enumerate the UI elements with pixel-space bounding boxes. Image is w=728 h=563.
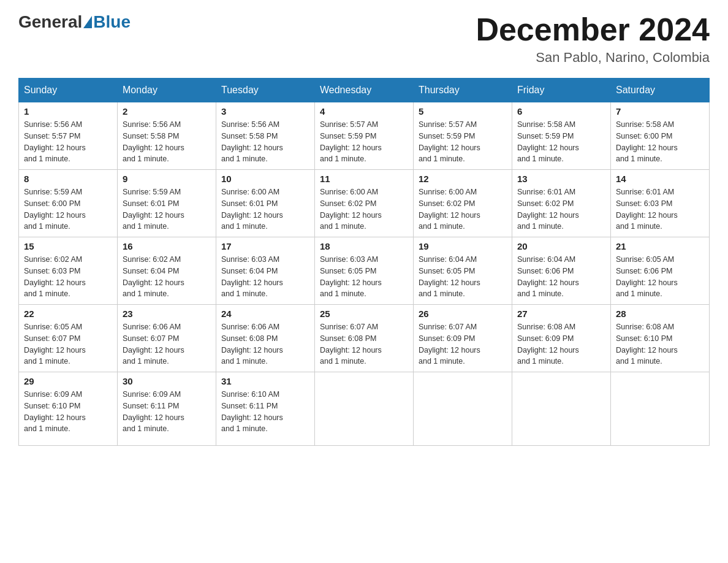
day-number: 4 <box>320 106 408 117</box>
calendar-cell: 2 Sunrise: 5:56 AMSunset: 5:58 PMDayligh… <box>118 102 216 170</box>
calendar-cell <box>414 372 512 446</box>
calendar-cell: 5 Sunrise: 5:57 AMSunset: 5:59 PMDayligh… <box>414 102 512 170</box>
month-title: December 2024 <box>476 12 710 47</box>
weekday-header-row: Sunday Monday Tuesday Wednesday Thursday… <box>19 79 710 102</box>
calendar-cell: 22 Sunrise: 6:05 AMSunset: 6:07 PMDaylig… <box>19 305 118 372</box>
day-info: Sunrise: 6:01 AMSunset: 6:02 PMDaylight:… <box>517 188 579 231</box>
day-number: 12 <box>419 174 507 184</box>
day-info: Sunrise: 6:09 AMSunset: 6:11 PMDaylight:… <box>123 390 184 433</box>
day-number: 6 <box>517 106 605 117</box>
day-number: 7 <box>616 106 704 117</box>
calendar-cell: 6 Sunrise: 5:58 AMSunset: 5:59 PMDayligh… <box>512 102 611 170</box>
calendar-cell: 26 Sunrise: 6:07 AMSunset: 6:09 PMDaylig… <box>414 305 512 372</box>
calendar-cell: 4 Sunrise: 5:57 AMSunset: 5:59 PMDayligh… <box>315 102 414 170</box>
day-number: 30 <box>123 376 211 386</box>
header-sunday: Sunday <box>19 79 118 102</box>
header-tuesday: Tuesday <box>216 79 315 102</box>
day-info: Sunrise: 6:00 AMSunset: 6:02 PMDaylight:… <box>320 188 382 231</box>
day-info: Sunrise: 6:03 AMSunset: 6:05 PMDaylight:… <box>320 255 382 298</box>
calendar-cell: 7 Sunrise: 5:58 AMSunset: 6:00 PMDayligh… <box>611 102 710 170</box>
day-info: Sunrise: 5:57 AMSunset: 5:59 PMDaylight:… <box>320 120 382 163</box>
calendar-cell: 24 Sunrise: 6:06 AMSunset: 6:08 PMDaylig… <box>216 305 315 372</box>
day-info: Sunrise: 5:57 AMSunset: 5:59 PMDaylight:… <box>419 120 480 163</box>
logo: General Blue <box>18 12 131 32</box>
calendar-cell <box>512 372 611 446</box>
header-thursday: Thursday <box>414 79 512 102</box>
day-number: 19 <box>419 241 507 251</box>
day-number: 13 <box>517 174 605 184</box>
day-info: Sunrise: 6:00 AMSunset: 6:02 PMDaylight:… <box>419 188 480 231</box>
week-row-1: 1 Sunrise: 5:56 AMSunset: 5:57 PMDayligh… <box>19 102 710 170</box>
day-number: 23 <box>123 308 211 319</box>
calendar-cell: 25 Sunrise: 6:07 AMSunset: 6:08 PMDaylig… <box>315 305 414 372</box>
day-number: 16 <box>123 241 211 251</box>
day-number: 5 <box>419 106 507 117</box>
day-number: 18 <box>320 241 408 251</box>
day-info: Sunrise: 6:01 AMSunset: 6:03 PMDaylight:… <box>616 188 678 231</box>
day-info: Sunrise: 5:58 AMSunset: 5:59 PMDaylight:… <box>517 120 579 163</box>
header-friday: Friday <box>512 79 611 102</box>
day-info: Sunrise: 6:05 AMSunset: 6:07 PMDaylight:… <box>24 323 86 366</box>
calendar-cell: 30 Sunrise: 6:09 AMSunset: 6:11 PMDaylig… <box>118 372 216 446</box>
calendar-cell: 19 Sunrise: 6:04 AMSunset: 6:05 PMDaylig… <box>414 237 512 305</box>
day-info: Sunrise: 6:02 AMSunset: 6:03 PMDaylight:… <box>24 255 86 298</box>
calendar-cell <box>611 372 710 446</box>
header-wednesday: Wednesday <box>315 79 414 102</box>
calendar-cell: 11 Sunrise: 6:00 AMSunset: 6:02 PMDaylig… <box>315 170 414 237</box>
calendar-cell: 9 Sunrise: 5:59 AMSunset: 6:01 PMDayligh… <box>118 170 216 237</box>
day-info: Sunrise: 6:05 AMSunset: 6:06 PMDaylight:… <box>616 255 678 298</box>
title-area: December 2024 San Pablo, Narino, Colombi… <box>476 12 710 66</box>
day-number: 29 <box>24 376 112 386</box>
week-row-3: 15 Sunrise: 6:02 AMSunset: 6:03 PMDaylig… <box>19 237 710 305</box>
day-number: 15 <box>24 241 112 251</box>
calendar-cell: 3 Sunrise: 5:56 AMSunset: 5:58 PMDayligh… <box>216 102 315 170</box>
calendar-cell <box>315 372 414 446</box>
page-header: General Blue December 2024 San Pablo, Na… <box>18 12 710 66</box>
day-info: Sunrise: 5:58 AMSunset: 6:00 PMDaylight:… <box>616 120 678 163</box>
day-number: 17 <box>221 241 309 251</box>
calendar-cell: 20 Sunrise: 6:04 AMSunset: 6:06 PMDaylig… <box>512 237 611 305</box>
day-number: 10 <box>221 174 309 184</box>
calendar-cell: 1 Sunrise: 5:56 AMSunset: 5:57 PMDayligh… <box>19 102 118 170</box>
day-number: 2 <box>123 106 211 117</box>
logo-blue-text: Blue <box>93 12 131 32</box>
calendar-cell: 10 Sunrise: 6:00 AMSunset: 6:01 PMDaylig… <box>216 170 315 237</box>
day-number: 1 <box>24 106 112 117</box>
day-info: Sunrise: 5:56 AMSunset: 5:58 PMDaylight:… <box>221 120 283 163</box>
calendar-cell: 18 Sunrise: 6:03 AMSunset: 6:05 PMDaylig… <box>315 237 414 305</box>
day-number: 8 <box>24 174 112 184</box>
day-info: Sunrise: 6:04 AMSunset: 6:06 PMDaylight:… <box>517 255 579 298</box>
day-number: 27 <box>517 308 605 319</box>
day-number: 14 <box>616 174 704 184</box>
day-info: Sunrise: 6:07 AMSunset: 6:08 PMDaylight:… <box>320 323 382 366</box>
calendar-cell: 12 Sunrise: 6:00 AMSunset: 6:02 PMDaylig… <box>414 170 512 237</box>
day-info: Sunrise: 5:56 AMSunset: 5:57 PMDaylight:… <box>24 120 86 163</box>
day-number: 24 <box>221 308 309 319</box>
calendar-cell: 21 Sunrise: 6:05 AMSunset: 6:06 PMDaylig… <box>611 237 710 305</box>
calendar-cell: 8 Sunrise: 5:59 AMSunset: 6:00 PMDayligh… <box>19 170 118 237</box>
day-number: 22 <box>24 308 112 319</box>
day-info: Sunrise: 6:08 AMSunset: 6:10 PMDaylight:… <box>616 323 678 366</box>
day-info: Sunrise: 6:04 AMSunset: 6:05 PMDaylight:… <box>419 255 480 298</box>
calendar-cell: 23 Sunrise: 6:06 AMSunset: 6:07 PMDaylig… <box>118 305 216 372</box>
day-info: Sunrise: 6:09 AMSunset: 6:10 PMDaylight:… <box>24 390 86 433</box>
calendar-cell: 15 Sunrise: 6:02 AMSunset: 6:03 PMDaylig… <box>19 237 118 305</box>
calendar-cell: 16 Sunrise: 6:02 AMSunset: 6:04 PMDaylig… <box>118 237 216 305</box>
day-number: 9 <box>123 174 211 184</box>
calendar-cell: 13 Sunrise: 6:01 AMSunset: 6:02 PMDaylig… <box>512 170 611 237</box>
calendar-cell: 27 Sunrise: 6:08 AMSunset: 6:09 PMDaylig… <box>512 305 611 372</box>
calendar-cell: 29 Sunrise: 6:09 AMSunset: 6:10 PMDaylig… <box>19 372 118 446</box>
day-number: 20 <box>517 241 605 251</box>
calendar-cell: 28 Sunrise: 6:08 AMSunset: 6:10 PMDaylig… <box>611 305 710 372</box>
day-info: Sunrise: 5:59 AMSunset: 6:00 PMDaylight:… <box>24 188 86 231</box>
day-number: 21 <box>616 241 704 251</box>
day-number: 26 <box>419 308 507 319</box>
day-info: Sunrise: 6:07 AMSunset: 6:09 PMDaylight:… <box>419 323 480 366</box>
day-number: 28 <box>616 308 704 319</box>
day-info: Sunrise: 6:08 AMSunset: 6:09 PMDaylight:… <box>517 323 579 366</box>
week-row-2: 8 Sunrise: 5:59 AMSunset: 6:00 PMDayligh… <box>19 170 710 237</box>
week-row-4: 22 Sunrise: 6:05 AMSunset: 6:07 PMDaylig… <box>19 305 710 372</box>
day-info: Sunrise: 6:03 AMSunset: 6:04 PMDaylight:… <box>221 255 283 298</box>
day-info: Sunrise: 5:59 AMSunset: 6:01 PMDaylight:… <box>123 188 184 231</box>
calendar-cell: 17 Sunrise: 6:03 AMSunset: 6:04 PMDaylig… <box>216 237 315 305</box>
